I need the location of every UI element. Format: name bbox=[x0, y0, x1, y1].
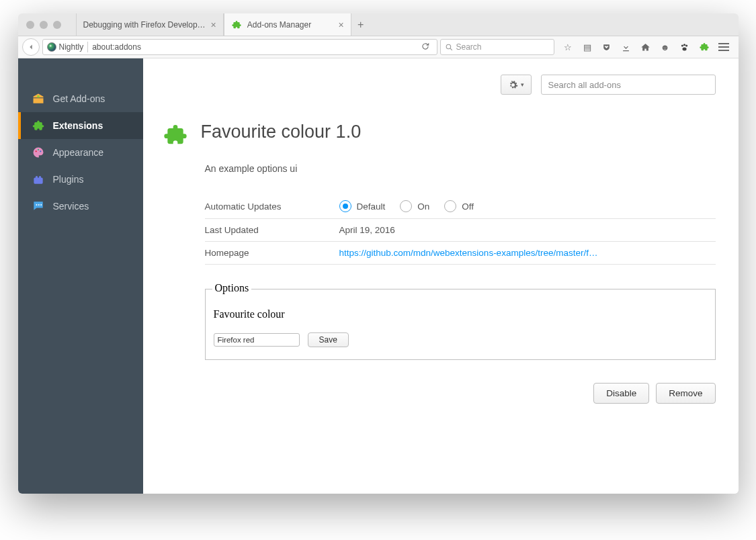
palette-icon bbox=[32, 146, 45, 159]
search-icon bbox=[445, 43, 454, 52]
minimize-window-button[interactable] bbox=[40, 21, 48, 29]
browser-window: Debugging with Firefox Develop… × Add-on… bbox=[18, 13, 739, 494]
radio-icon bbox=[444, 200, 456, 212]
reload-button[interactable] bbox=[418, 42, 433, 53]
radio-icon bbox=[400, 200, 412, 212]
svg-point-14 bbox=[40, 204, 42, 206]
menu-button[interactable] bbox=[718, 42, 729, 52]
detail-last-updated: Last Updated April 19, 2016 bbox=[205, 219, 716, 242]
svg-point-12 bbox=[36, 204, 37, 206]
nightly-icon bbox=[47, 42, 56, 52]
sidebar-item-label: Appearance bbox=[53, 147, 104, 158]
chat-icon bbox=[32, 199, 45, 213]
sidebar-item-label: Plugins bbox=[53, 174, 84, 185]
maximize-window-button[interactable] bbox=[53, 21, 61, 29]
home-icon[interactable] bbox=[640, 42, 651, 52]
search-placeholder: Search bbox=[456, 42, 482, 52]
svg-point-11 bbox=[38, 176, 40, 178]
radio-off[interactable]: Off bbox=[444, 200, 474, 212]
sidebar-item-label: Services bbox=[53, 201, 89, 212]
content-area: Get Add-ons Extensions Appearance Plugin… bbox=[18, 58, 739, 494]
svg-rect-9 bbox=[34, 178, 42, 184]
arrow-left-icon bbox=[26, 42, 36, 52]
back-button[interactable] bbox=[22, 38, 40, 56]
sidebar-item-label: Extensions bbox=[53, 120, 103, 131]
titlebar: Debugging with Firefox Develop… × Add-on… bbox=[18, 13, 739, 36]
svg-point-5 bbox=[682, 47, 686, 50]
svg-point-2 bbox=[681, 44, 683, 46]
radio-on[interactable]: On bbox=[400, 200, 429, 212]
tools-menu-button[interactable]: ▾ bbox=[501, 75, 532, 95]
svg-point-6 bbox=[35, 150, 36, 152]
pocket-icon[interactable] bbox=[601, 42, 612, 52]
detail-homepage: Homepage https://github.com/mdn/webexten… bbox=[205, 242, 716, 265]
svg-point-3 bbox=[683, 44, 685, 46]
puzzle-icon bbox=[32, 119, 45, 132]
radio-default[interactable]: Default bbox=[339, 200, 386, 212]
tab-label: Debugging with Firefox Develop… bbox=[83, 20, 206, 30]
bookmark-star-icon[interactable]: ☆ bbox=[562, 42, 573, 52]
main-panel: ▾ Favourite colour 1.0 An example option… bbox=[143, 58, 739, 494]
svg-point-13 bbox=[38, 204, 39, 206]
reader-list-icon[interactable]: ▤ bbox=[582, 42, 593, 52]
addon-header: Favourite colour 1.0 bbox=[162, 122, 716, 148]
lego-icon bbox=[32, 173, 45, 186]
url-bar[interactable]: Nightly about:addons bbox=[42, 39, 437, 55]
search-addons-input[interactable] bbox=[541, 75, 716, 95]
identity-label: Nightly bbox=[59, 42, 84, 52]
reload-icon bbox=[421, 42, 430, 51]
favourite-colour-input[interactable] bbox=[214, 333, 300, 347]
tab-label: Add-ons Manager bbox=[247, 20, 311, 30]
tab-1[interactable]: Debugging with Firefox Develop… × bbox=[76, 13, 224, 36]
detail-label: Automatic Updates bbox=[205, 201, 339, 212]
toolbar: Nightly about:addons Search ☆ ▤ ☻ bbox=[18, 36, 739, 58]
gear-icon bbox=[508, 80, 518, 90]
addons-sidebar: Get Add-ons Extensions Appearance Plugin… bbox=[18, 58, 143, 494]
toolbar-icons: ☆ ▤ ☻ bbox=[557, 42, 734, 52]
close-tab-icon[interactable]: × bbox=[211, 19, 216, 30]
save-button[interactable]: Save bbox=[308, 332, 349, 347]
radio-icon bbox=[339, 200, 351, 212]
downloads-icon[interactable] bbox=[621, 42, 632, 52]
hamburger-icon bbox=[718, 43, 729, 51]
sidebar-item-appearance[interactable]: Appearance bbox=[18, 139, 143, 166]
sidebar-item-plugins[interactable]: Plugins bbox=[18, 166, 143, 193]
tab-2[interactable]: Add-ons Manager × bbox=[224, 13, 351, 36]
sidebar-item-extensions[interactable]: Extensions bbox=[18, 112, 143, 139]
options-panel: Options Favourite colour Save bbox=[205, 289, 716, 360]
detail-value: April 19, 2016 bbox=[339, 225, 716, 235]
addon-version: 1.0 bbox=[336, 122, 362, 142]
new-tab-button[interactable]: + bbox=[351, 13, 370, 36]
addon-actions: Disable Remove bbox=[166, 383, 716, 404]
svg-point-0 bbox=[446, 44, 451, 49]
radio-label: Off bbox=[462, 201, 474, 212]
svg-point-10 bbox=[35, 176, 37, 178]
url-text: about:addons bbox=[92, 42, 413, 52]
hello-icon[interactable]: ☻ bbox=[660, 42, 671, 52]
chevron-down-icon: ▾ bbox=[521, 81, 524, 88]
addon-name: Favourite colour bbox=[201, 122, 331, 142]
homepage-link[interactable]: https://github.com/mdn/webextensions-exa… bbox=[339, 248, 716, 258]
svg-point-8 bbox=[40, 150, 41, 152]
sidebar-item-label: Get Add-ons bbox=[53, 93, 106, 104]
remove-button[interactable]: Remove bbox=[656, 383, 715, 404]
addon-description: An example options ui bbox=[205, 163, 716, 174]
close-tab-icon[interactable]: × bbox=[339, 19, 344, 30]
auto-updates-radios: Default On Off bbox=[339, 200, 716, 212]
identity-block[interactable]: Nightly bbox=[47, 42, 84, 52]
sidebar-item-get-addons[interactable]: Get Add-ons bbox=[18, 85, 143, 112]
addons-puzzle-icon[interactable] bbox=[699, 42, 710, 52]
search-bar[interactable]: Search bbox=[440, 39, 554, 55]
top-controls: ▾ bbox=[166, 75, 716, 95]
sidebar-item-services[interactable]: Services bbox=[18, 193, 143, 220]
options-field-label: Favourite colour bbox=[214, 308, 707, 320]
addon-title: Favourite colour 1.0 bbox=[201, 122, 362, 142]
paw-icon[interactable] bbox=[679, 42, 690, 52]
detail-label: Homepage bbox=[205, 248, 339, 258]
svg-point-4 bbox=[685, 44, 687, 46]
close-window-button[interactable] bbox=[26, 21, 34, 29]
disable-button[interactable]: Disable bbox=[593, 383, 649, 404]
options-legend: Options bbox=[212, 282, 252, 294]
box-icon bbox=[32, 92, 45, 105]
detail-label: Last Updated bbox=[205, 225, 339, 235]
